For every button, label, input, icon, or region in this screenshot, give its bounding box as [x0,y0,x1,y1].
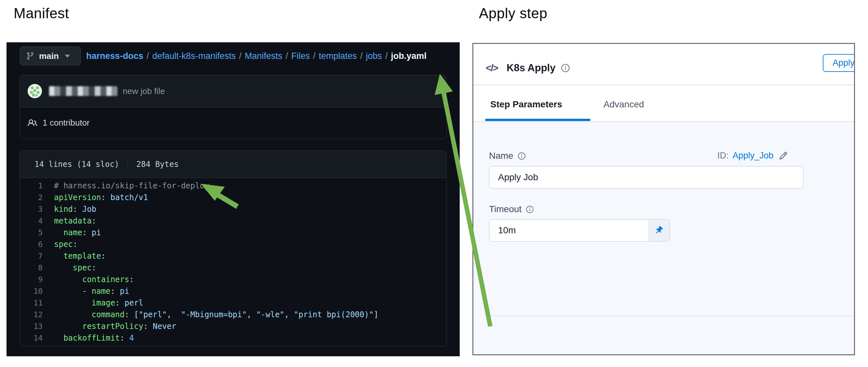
divider [127,157,128,171]
line-number[interactable]: 12 [20,310,42,319]
info-icon[interactable] [517,152,526,160]
code-line: 9 containers: [20,274,446,285]
commit-message[interactable]: new job file [123,86,165,96]
file-size-stat: 284 Bytes [136,160,179,169]
line-number[interactable]: 4 [20,217,42,225]
latest-commit-box: new job file 1 contributor [20,75,447,139]
step-title: K8s Apply [506,62,555,74]
chevron-down-icon [65,55,70,58]
code-line-text: - name: pi [54,287,129,296]
code-line-text: image: perl [54,298,144,307]
divider [486,315,854,316]
name-input-wrap [489,166,804,189]
line-number[interactable]: 7 [20,252,42,260]
breadcrumb-current-file: job.yaml [391,51,427,61]
apply-button-label: Apply [833,58,855,68]
code-line-text: template: [54,251,106,261]
github-file-view-panel: main harness-docs/default-k8s-manifests/… [6,42,460,356]
step-header: K8s Apply [506,61,570,75]
code-line: 3kind: Job [20,203,446,215]
id-label: ID: [717,151,729,161]
code-line: 10 - name: pi [20,285,446,297]
code-line: 1# harness.io/skip-file-for-deploy [20,180,446,192]
commit-header-row: new job file [20,75,446,108]
step-id-row: ID: Apply_Job [717,151,788,161]
line-number[interactable]: 5 [20,228,42,237]
line-number[interactable]: 14 [20,334,42,342]
code-line: 12 command: ["perl", "-Mbignum=bpi", "-w… [20,309,446,320]
code-line: 14 backoffLimit: 4 [20,332,446,344]
active-tab-underline [485,119,590,121]
apply-changes-button[interactable]: Apply [823,54,855,72]
code-line-text: name: pi [54,228,101,237]
code-line: 8 spec: [20,262,446,274]
line-number[interactable]: 8 [20,264,42,272]
line-number[interactable]: 2 [20,193,42,202]
timeout-field-label: Timeout [489,204,534,214]
code-line-text: # harness.io/skip-file-for-deploy [54,181,209,190]
code-line-text: metadata: [54,216,96,225]
code-line: 11 image: perl [20,297,446,309]
name-field-label: Name [489,151,526,161]
code-line-text: spec: [54,240,78,249]
breadcrumb-link[interactable]: Manifests [245,51,282,61]
breadcrumb-link[interactable]: templates [319,51,357,61]
code-line: 13 restartPolicy: Never [20,320,446,332]
breadcrumb-separator: / [357,51,366,61]
breadcrumb-separator: / [382,51,391,61]
code-line: 5 name: pi [20,227,446,239]
line-number[interactable]: 11 [20,299,42,307]
breadcrumb-link[interactable]: default-k8s-manifests [152,51,236,61]
tab-step-parameters[interactable]: Step Parameters [490,99,562,110]
breadcrumb-link[interactable]: harness-docs [86,51,144,61]
code-line-text: apiVersion: batch/v1 [54,193,148,202]
name-input[interactable] [490,166,803,188]
breadcrumb-link[interactable]: Files [291,51,310,61]
contributors-row: 1 contributor [20,107,446,139]
breadcrumb-link[interactable]: jobs [366,51,382,61]
breadcrumb-separator: / [282,51,291,61]
code-line-text: restartPolicy: Never [54,322,176,331]
timeout-input-wrap [489,219,670,242]
manifest-section-title: Manifest [14,5,69,22]
line-number[interactable]: 13 [20,322,42,331]
file-lines-stat: 14 lines (14 sloc) [34,160,119,169]
branch-selector-button[interactable]: main [20,47,81,65]
line-number[interactable]: 10 [20,287,42,296]
git-branch-icon [26,52,34,60]
code-icon: </> [486,61,498,75]
info-icon[interactable] [561,63,570,73]
code-line-text: spec: [54,263,96,272]
file-stats-header: 14 lines (14 sloc) 284 Bytes [20,151,446,178]
code-line: 4metadata: [20,215,446,227]
people-icon [28,118,37,128]
code-line-text: backoffLimit: 4 [54,334,134,343]
breadcrumb-separator: / [236,51,245,61]
k8s-apply-step-panel: </> K8s Apply Apply Step Parameters Adva… [472,43,855,355]
code-line: 7 template: [20,250,446,262]
avatar[interactable] [28,84,42,98]
line-number[interactable]: 6 [20,240,42,249]
edit-pencil-icon[interactable] [779,151,788,160]
code-line-text: containers: [54,275,134,284]
code-viewer: 1# harness.io/skip-file-for-deploy2apiVe… [20,178,446,346]
timeout-input[interactable] [490,220,648,241]
branch-name: main [39,51,59,61]
breadcrumb: harness-docs/default-k8s-manifests/Manif… [86,47,427,65]
pin-icon[interactable] [648,220,670,241]
tab-advanced[interactable]: Advanced [603,99,644,110]
commit-author-redacted[interactable] [49,86,118,96]
line-number[interactable]: 3 [20,205,42,213]
line-number[interactable]: 9 [20,275,42,284]
apply-step-section-title: Apply step [479,5,547,22]
divider [473,85,854,85]
code-line: 6spec: [20,239,446,250]
contributors-count[interactable]: 1 contributor [42,118,90,128]
info-icon[interactable] [525,205,534,214]
step-parameters-form: Name ID: Apply_Job Timeout [473,122,854,354]
breadcrumb-separator: / [310,51,319,61]
step-id-link[interactable]: Apply_Job [733,151,774,161]
breadcrumb-separator: / [144,51,153,61]
file-content-box: 14 lines (14 sloc) 284 Bytes 1# harness.… [20,150,447,346]
line-number[interactable]: 1 [20,182,42,190]
